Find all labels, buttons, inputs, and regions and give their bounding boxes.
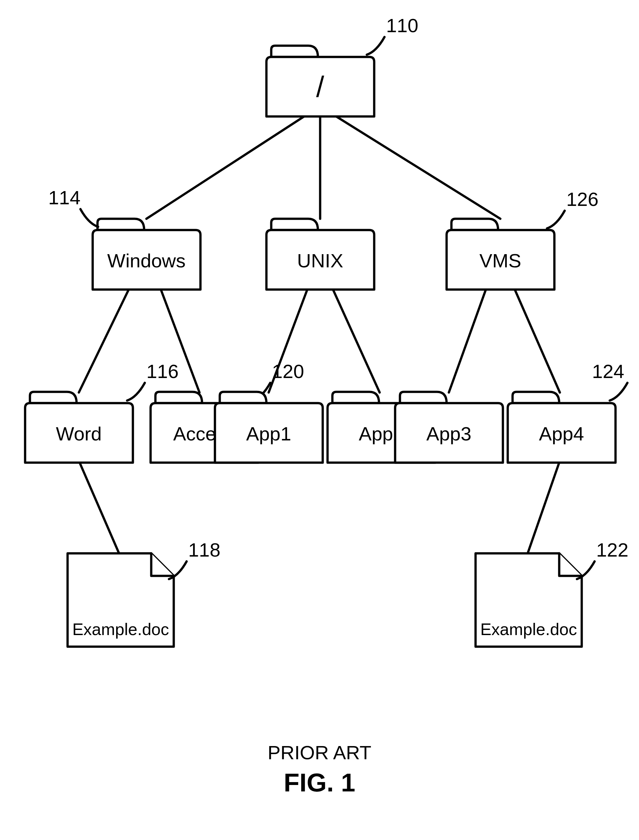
ref-118: 118	[169, 539, 220, 579]
svg-line-9	[79, 461, 119, 553]
svg-text:110: 110	[386, 15, 418, 37]
svg-line-6	[333, 289, 380, 392]
file-example-left-label: Example.doc	[72, 620, 169, 638]
file-example-left: Example.doc	[68, 553, 174, 647]
ref-122: 122	[577, 539, 628, 579]
connectors	[79, 116, 560, 553]
file-example-right: Example.doc	[475, 553, 582, 647]
svg-line-3	[79, 289, 129, 392]
svg-text:116: 116	[146, 360, 178, 382]
svg-text:118: 118	[188, 539, 220, 561]
ref-126: 126	[547, 189, 598, 229]
svg-text:120: 120	[272, 360, 304, 382]
svg-text:124: 124	[592, 360, 624, 382]
ref-110: 110	[367, 15, 418, 55]
folder-vms-label: VMS	[479, 250, 521, 272]
svg-text:122: 122	[596, 539, 628, 561]
folder-app1-label: App1	[246, 423, 291, 445]
folder-app3: App3	[395, 392, 503, 463]
folder-unix: UNIX	[266, 219, 374, 289]
figure-svg: / 110 Windows 114 UNIX VMS 126 Word 116 …	[0, 0, 639, 840]
svg-line-10	[528, 461, 560, 553]
svg-line-0	[146, 116, 304, 219]
folder-root: /	[266, 46, 374, 116]
folder-unix-label: UNIX	[297, 250, 343, 272]
svg-line-8	[515, 289, 560, 392]
ref-114: 114	[48, 187, 98, 227]
caption-prior-art: PRIOR ART	[268, 742, 371, 764]
svg-line-2	[336, 116, 500, 219]
folder-root-label: /	[316, 71, 324, 103]
ref-124: 124	[592, 360, 628, 400]
folder-app4-label: App4	[539, 423, 584, 445]
svg-line-7	[449, 289, 486, 392]
folder-word-label: Word	[56, 423, 102, 445]
folder-app1: App1	[215, 392, 323, 463]
file-example-right-label: Example.doc	[480, 620, 577, 638]
folder-app4: App4	[508, 392, 615, 463]
svg-text:114: 114	[48, 187, 80, 208]
folder-word: Word	[25, 392, 133, 463]
folder-windows-label: Windows	[107, 250, 185, 272]
folder-vms: VMS	[447, 219, 555, 289]
folder-app3-label: App3	[426, 423, 471, 445]
svg-text:126: 126	[566, 189, 598, 210]
caption-fig: FIG. 1	[284, 768, 355, 797]
folder-windows: Windows	[93, 219, 200, 289]
